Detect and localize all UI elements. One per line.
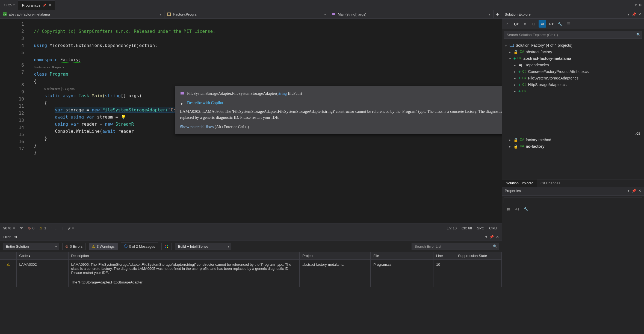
svg-text:C#: C# [4,13,7,16]
sparkle-icon: ✦ [180,101,184,105]
file-node[interactable]: ▸+C# FileSystemStorageAdapter.cs [503,75,643,81]
errors-toggle[interactable]: ⊘0 Errors [62,243,85,250]
diagnostic-message: LAMA0302: LAMA0905: The 'FileSystemStora… [180,108,502,120]
codelens[interactable]: 0 references | 0 aspects [34,65,64,69]
solution-tree[interactable]: ▸ Solution 'Factory' (4 of 4 projects) ▸… [502,40,644,179]
solution-explorer-search[interactable]: Search Solution Explorer (Ctrl+;) [504,31,642,39]
close-icon[interactable]: ✕ [638,189,641,193]
project-node[interactable]: ▾+ C# abstract-factory-metalama [503,55,643,62]
chevron-down-icon: ▾ [324,12,326,16]
source-dropdown[interactable]: Build + IntelliSense [175,243,231,250]
col-suppression[interactable]: Suppression State [455,252,502,260]
close-icon[interactable]: ✕ [49,3,51,7]
tab-output[interactable]: Output [0,0,18,10]
arrow-down-icon[interactable]: ↓ [55,226,57,230]
col-project[interactable]: Project [300,252,371,260]
health-icon[interactable]: ❤ [20,226,23,230]
col-description[interactable]: Description [68,252,300,260]
svg-rect-6 [167,245,168,246]
csharp-project-icon: C# [517,56,522,61]
chevron-down-icon[interactable]: ▾ [628,12,630,16]
solution-explorer-title: Solution Explorer ▾ 📌 ✕ [502,10,644,19]
refresh-icon[interactable]: ↻▾ [547,20,555,28]
file-node[interactable]: ▸+C# [503,88,643,94]
col-code[interactable]: Code ▴ [16,252,68,260]
tab-program-cs[interactable]: Program.cs 📌 ✕ [18,0,55,10]
table-row[interactable]: ⚠ LAMA0302 LAMA0905: The 'FileSystemStor… [0,260,502,278]
switch-views-icon[interactable]: ◐▾ [512,20,520,28]
error-count[interactable]: ⊘0 [28,226,34,230]
error-list-search[interactable]: Search Error List [412,243,499,250]
split-editor-icon[interactable]: ✚ [494,10,502,18]
wrench-icon[interactable]: 🔧 [556,20,564,28]
tab-overflow-icon[interactable]: ▾ [635,3,637,7]
svg-rect-5 [165,245,166,246]
messages-toggle[interactable]: ⓘ0 of 2 Messages [121,243,158,250]
method-icon [180,91,184,96]
tab-solution-explorer[interactable]: Solution Explorer [502,179,537,187]
solution-explorer-toolbar: ⌂ ◐▾ 🗎 ⊟ ⇄ ↻▾ 🔧 ☰ [502,19,644,29]
panel-title: Error List [3,235,485,239]
pin-icon[interactable]: 📌 [632,189,636,193]
svg-rect-4 [181,92,184,94]
warnings-toggle[interactable]: ⚠3 Warnings [89,243,117,250]
dependencies-icon: ▣ [518,63,523,67]
zoom-level[interactable]: 90 % ▾ [3,226,15,230]
svg-rect-7 [165,247,166,248]
file-node[interactable]: ▸+C# HttpStorageAdapter.cs [503,81,643,88]
dependencies-node[interactable]: ▸ ▣ Dependencies [503,62,643,68]
chevron-down-icon[interactable]: ▾ [485,235,487,239]
file-node[interactable]: .cs [503,130,643,137]
alphabetical-icon[interactable]: A↓ [513,205,521,213]
close-icon[interactable]: ✕ [496,235,499,239]
tab-git-changes[interactable]: Git Changes [537,179,564,187]
categorize-icon[interactable]: ▤ [505,205,512,213]
project-node[interactable]: ▸🔒 C# abstract-factory [503,49,643,55]
char-indicator[interactable]: Ch: 68 [462,226,472,230]
project-node[interactable]: ▸🔒 C# no-factory [503,143,643,150]
error-table[interactable]: Code ▴ Description Project File Line Sup… [0,252,502,287]
collapse-all-icon[interactable]: ⊟ [530,20,537,28]
csharp-project-icon: C# [520,50,524,54]
nav-member-dropdown[interactable]: Main(string[] args) ▾ [329,10,494,18]
table-row[interactable]: The 'HttpStorageAdapter.HttpStorageAdapt… [0,277,502,287]
file-node[interactable]: ▸+C# ConcreteFactoryProductAttribute.cs [503,68,643,75]
csharp-project-icon: C# [520,138,524,142]
show-fixes-link[interactable]: Show potential fixes (Alt+Enter or Ctrl+… [180,123,502,130]
arrow-up-icon[interactable]: ↑ [51,226,53,230]
nav-project-dropdown[interactable]: C# abstract-factory-metalama ▾ [0,10,164,18]
properties-icon[interactable]: ☰ [565,20,572,28]
code-editor[interactable]: 1234 567 89 10111213 14151617 // Copyrig… [0,19,502,223]
nav-class-dropdown[interactable]: Factory.Program ▾ [164,10,329,18]
line-ending-indicator[interactable]: CRLF [489,226,498,230]
gear-icon[interactable]: ⚙ [639,3,642,7]
wrench-icon[interactable]: 🔧 [522,205,530,213]
properties-body: ▤ A↓ 🔧 [502,195,644,334]
chevron-down-icon[interactable]: ▾ [628,189,630,193]
csharp-project-icon: C# [3,12,7,16]
close-icon[interactable]: ✕ [638,12,641,16]
home-icon[interactable]: ⌂ [504,20,511,28]
describe-with-copilot-link[interactable]: Describe with Copilot [187,99,223,106]
pin-icon[interactable]: 📌 [489,235,494,239]
line-indicator[interactable]: Ln: 10 [447,226,457,230]
project-node[interactable]: ▸🔒 C# factory-method [503,137,643,143]
col-file[interactable]: File [371,252,433,260]
sync-with-document-icon[interactable]: ⇄ [539,20,546,28]
lightbulb-icon[interactable]: 💡 [121,114,126,120]
pin-icon[interactable]: 📌 [43,4,46,7]
indentation-indicator[interactable]: SPC [477,226,484,230]
csharp-project-icon: C# [520,144,524,149]
pin-icon[interactable]: 📌 [632,12,636,16]
error-list-panel: Error List ▾ 📌 ✕ Entire Solution ⊘0 Erro… [0,233,502,334]
codelens[interactable]: 0 references | 0 aspects [45,87,75,91]
editor-status-bar: 90 % ▾ ❤ ⊘0 ⚠1 ↑ ↓ | 🖌 ▾ Ln: 10 Ch: 68 S… [0,223,502,233]
svg-rect-8 [167,247,168,248]
solution-node[interactable]: ▸ Solution 'Factory' (4 of 4 projects) [503,42,643,49]
brush-icon[interactable]: 🖌 ▾ [68,226,74,230]
build-order-toggle[interactable] [161,243,172,250]
open-file-icon[interactable]: 🗎 [521,20,529,28]
scope-dropdown[interactable]: Entire Solution [3,243,59,250]
warning-count[interactable]: ⚠1 [39,226,46,230]
col-line[interactable]: Line [433,252,455,260]
